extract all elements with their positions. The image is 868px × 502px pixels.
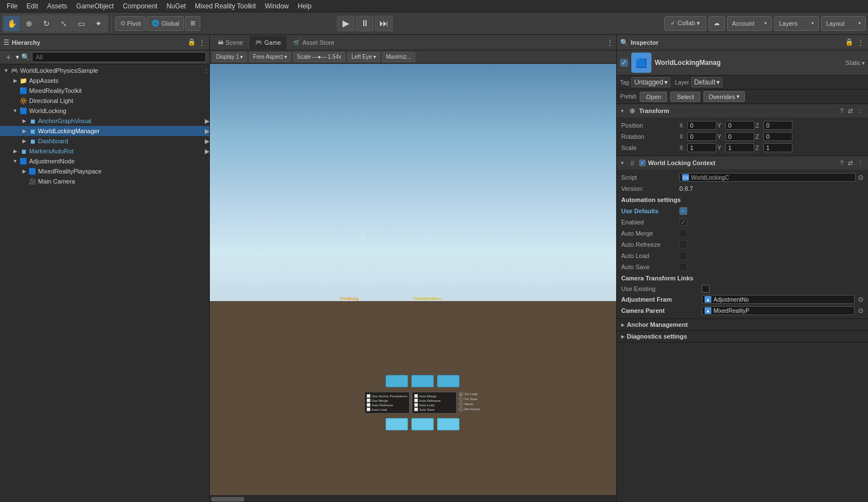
auto-refreeze-checkbox[interactable] <box>679 241 687 248</box>
scale-x-input[interactable] <box>687 143 716 152</box>
pos-y-input[interactable] <box>725 121 754 130</box>
open-button[interactable]: Open <box>640 92 667 102</box>
layout-dropdown[interactable]: Layout ▾ <box>821 16 866 31</box>
auto-load-checkbox[interactable] <box>679 252 687 260</box>
hierarchy-search-input[interactable] <box>32 52 206 62</box>
tab-more-button[interactable]: ⋮ <box>606 38 614 47</box>
rotate-tool-button[interactable]: ↻ <box>38 16 55 31</box>
menu-mixed-reality-toolkit[interactable]: Mixed Reality Toolkit <box>190 0 260 12</box>
hierarchy-add-arrow[interactable]: ▾ <box>16 53 19 61</box>
scale-z-input[interactable] <box>763 143 792 152</box>
hierarchy-item-maincamera[interactable]: ▶ 🎥 Main Camera <box>0 176 209 186</box>
cloud-button[interactable]: ☁ <box>709 16 725 31</box>
hierarchy-item-worldlockingmanager[interactable]: ▶ ◼ WorldLockingManager ▶ <box>0 126 209 136</box>
adj-frame-target-icon[interactable]: ⊙ <box>858 295 864 303</box>
camera-parent-target-icon[interactable]: ⊙ <box>858 307 864 315</box>
auto-save-checkbox[interactable] <box>679 263 687 271</box>
scene-btn-2[interactable] <box>411 375 434 387</box>
hierarchy-item-worldlockedphysicssample[interactable]: ▼ 🎮 WorldLockedPhysicsSample ⋮ <box>0 65 209 76</box>
static-dropdown-arrow[interactable]: ▾ <box>862 60 865 66</box>
hand-tool-button[interactable]: ✋ <box>3 16 20 31</box>
rot-z-input[interactable] <box>763 132 792 141</box>
play-button[interactable]: ▶ <box>337 16 355 31</box>
hierarchy-item-worldlocking[interactable]: ▼ 🟦 WorldLocking <box>0 106 209 116</box>
hierarchy-item-directionallight[interactable]: ▶ 🔆 Directional Light <box>0 96 209 106</box>
menu-assets[interactable]: Assets <box>43 0 72 12</box>
hierarchy-item-dashboard[interactable]: ▶ ◼ Dashboard ▶ <box>0 136 209 146</box>
pos-z-input[interactable] <box>763 121 792 130</box>
hierarchy-lock-icon[interactable]: 🔒 <box>187 38 196 47</box>
transform-help-icon[interactable]: ? <box>839 107 844 115</box>
wl-enable-checkbox[interactable]: ✓ <box>639 159 646 166</box>
wl-help-icon[interactable]: ? <box>839 159 844 167</box>
scene-btn-1[interactable] <box>386 375 408 387</box>
use-defaults-checkbox[interactable] <box>679 207 687 215</box>
scale-y-input[interactable] <box>725 143 754 152</box>
hierarchy-item-adjustmentnode[interactable]: ▼ 🟦 AdjustmentNode <box>0 156 209 166</box>
menu-help[interactable]: Help <box>293 0 316 12</box>
rot-x-input[interactable] <box>687 132 716 141</box>
tab-game[interactable]: 🎮 Game <box>250 36 287 49</box>
transform-settings-icon[interactable]: ⇄ <box>847 107 854 115</box>
scene-btn-3[interactable] <box>437 375 459 387</box>
auto-merge-checkbox[interactable] <box>679 229 687 237</box>
transform-header[interactable]: ▼ ⊕ Transform ? ⇄ ⋮ <box>617 104 868 118</box>
use-existing-checkbox[interactable] <box>702 285 710 293</box>
layers-dropdown[interactable]: Layers ▾ <box>774 16 819 31</box>
maximize-dropdown[interactable]: Maximiz... <box>382 52 415 62</box>
scene-view[interactable]: ⁝⁝⁝⁝⁝⁝ ⁝⁝⁝⁝⁝⁝ FireBurg TableMinMun ✓ Use… <box>210 64 616 495</box>
transform-more-icon[interactable]: ⋮ <box>856 107 865 115</box>
hierarchy-add-button[interactable]: + <box>3 52 13 62</box>
pivot-button[interactable]: ⊙ Pivot <box>115 16 146 31</box>
hierarchy-item-mixedrealityplayspace[interactable]: ▶ 🟦 MixedRealityPlayspace <box>0 166 209 176</box>
hierarchy-options-8[interactable]: ▶ <box>205 148 209 155</box>
hierarchy-item-appassets[interactable]: ▶ 📁 AppAssets <box>0 76 209 86</box>
enabled-checkbox[interactable]: ✓ <box>679 218 687 226</box>
rot-y-input[interactable] <box>725 132 754 141</box>
wl-more-icon[interactable]: ⋮ <box>856 159 865 167</box>
world-locking-header[interactable]: ▼ # ✓ World Locking Context ? ⇄ ⋮ <box>617 156 868 170</box>
scene-btn-5[interactable] <box>411 418 434 430</box>
inspector-more-icon[interactable]: ⋮ <box>857 38 865 47</box>
scene-btn-4[interactable] <box>386 418 408 430</box>
global-button[interactable]: 🌐 Global <box>147 16 184 31</box>
overrides-button[interactable]: Overrides ▾ <box>703 91 745 102</box>
diagnostics-header[interactable]: ▶ Diagnostics settings <box>617 331 868 342</box>
wl-settings-icon[interactable]: ⇄ <box>847 159 854 167</box>
rect-tool-button[interactable]: ▭ <box>73 16 90 31</box>
custom-tool-button[interactable]: ✦ <box>90 16 107 31</box>
hierarchy-more-icon[interactable]: ⋮ <box>198 38 206 47</box>
anchor-management-header[interactable]: ▶ Anchor Management <box>617 319 868 330</box>
move-tool-button[interactable]: ⊕ <box>21 16 37 31</box>
menu-window[interactable]: Window <box>260 0 293 12</box>
hierarchy-item-mixedrealitytoolkit[interactable]: ▶ 🟦 MixedRealityToolkit <box>0 86 209 96</box>
eye-dropdown[interactable]: Left Eye ▾ <box>348 52 380 62</box>
menu-nuget[interactable]: NuGet <box>162 0 190 12</box>
hierarchy-item-anchorgraphvisual[interactable]: ▶ ◼ AnchorGraphVisual ▶ <box>0 116 209 126</box>
tab-asset-store[interactable]: 🛒 Asset Store <box>288 36 340 49</box>
scene-btn-6[interactable] <box>437 418 459 430</box>
object-enable-checkbox[interactable]: ✓ <box>620 59 628 67</box>
account-dropdown[interactable]: Account ▾ <box>727 16 772 31</box>
collab-button[interactable]: ✓ Collab ▾ <box>664 16 706 31</box>
menu-component[interactable]: Component <box>118 0 162 12</box>
hierarchy-options-6[interactable]: ▶ <box>205 128 209 135</box>
pos-x-input[interactable] <box>687 121 716 130</box>
hierarchy-options-5[interactable]: ▶ <box>205 118 209 125</box>
script-target-icon[interactable]: ⊙ <box>858 173 864 181</box>
inspector-lock-icon[interactable]: 🔒 <box>845 38 853 47</box>
menu-gameobject[interactable]: GameObject <box>72 0 118 12</box>
hierarchy-item-markersautorot[interactable]: ▶ ◼ MarkersAutoRot ▶ <box>0 146 209 156</box>
tab-scene[interactable]: 🏔 Scene <box>212 36 248 49</box>
scene-horizontal-scrollbar[interactable] <box>210 495 616 502</box>
scale-tool-button[interactable]: ⤡ <box>55 16 72 31</box>
snap-button[interactable]: ⊞ <box>185 16 200 31</box>
hierarchy-options-7[interactable]: ▶ <box>205 138 209 145</box>
step-button[interactable]: ⏭ <box>375 16 393 31</box>
scale-control[interactable]: Scale —●— 1.54x <box>293 52 346 62</box>
display-dropdown[interactable]: Display 1 ▾ <box>212 52 247 62</box>
tag-dropdown[interactable]: Untagged ▾ <box>631 77 670 87</box>
pause-button[interactable]: ⏸ <box>356 16 374 31</box>
select-button[interactable]: Select <box>670 92 700 102</box>
menu-edit[interactable]: Edit <box>22 0 43 12</box>
